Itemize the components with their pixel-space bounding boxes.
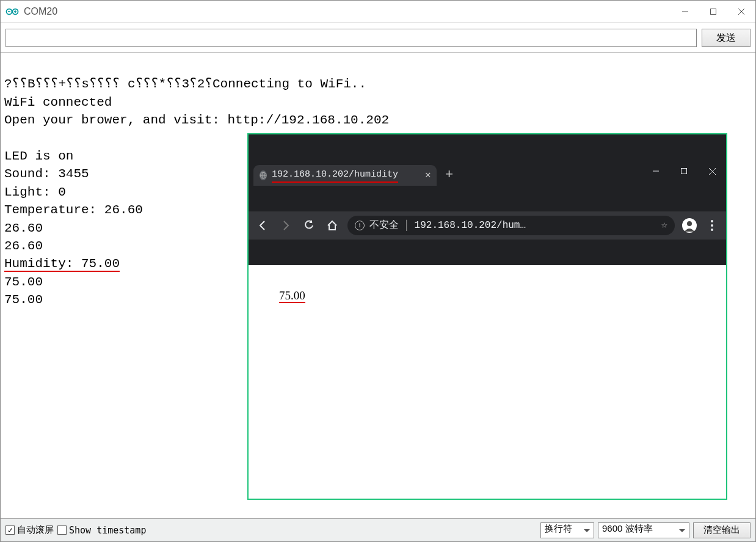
line-ending-select[interactable]: 换行符: [540, 522, 594, 538]
menu-button[interactable]: [704, 218, 720, 233]
bookmark-star-icon[interactable]: ☆: [661, 218, 667, 233]
serial-line: Open your brower, and visit: http://192.…: [4, 113, 389, 127]
serial-line: 75.00: [4, 275, 43, 289]
browser-tab[interactable]: 192.168.10.202/humidity ✕: [253, 165, 437, 186]
autoscroll-label: 自动滚屏: [17, 524, 54, 536]
profile-avatar[interactable]: [682, 218, 697, 233]
serial-line: WiFi connected: [4, 95, 112, 109]
line-ending-value: 换行符: [540, 522, 594, 538]
reload-button[interactable]: [301, 218, 317, 233]
minimize-button[interactable]: [671, 1, 699, 23]
serial-line: Sound: 3455: [4, 167, 89, 181]
svg-rect-13: [681, 169, 687, 174]
security-label: 不安全: [369, 219, 399, 232]
back-button[interactable]: [255, 218, 271, 233]
home-button[interactable]: [324, 218, 340, 233]
serial-monitor-window: COM20 发送 ?⸮⸮B⸮⸮⸮+⸮⸮s⸮⸮⸮⸮ c⸮⸮⸮*⸮⸮3⸮2⸮Conn…: [0, 0, 756, 542]
serial-line: LED is on: [4, 149, 73, 163]
serial-line: Temperature: 26.60: [4, 203, 143, 217]
serial-line: ?⸮⸮B⸮⸮⸮+⸮⸮s⸮⸮⸮⸮ c⸮⸮⸮*⸮⸮3⸮2⸮Connecting to…: [4, 77, 366, 91]
serial-line-highlighted: Humidity: 75.00: [4, 257, 120, 272]
checkbox-icon: [57, 526, 67, 535]
send-button[interactable]: 发送: [702, 29, 751, 47]
checkbox-icon: [5, 526, 15, 535]
new-tab-button[interactable]: +: [445, 166, 453, 185]
serial-line: 75.00: [4, 293, 43, 307]
serial-line: 26.60: [4, 239, 43, 253]
autoscroll-checkbox[interactable]: 自动滚屏: [5, 524, 54, 536]
serial-line: 26.60: [4, 221, 43, 235]
info-icon: i: [355, 221, 365, 230]
address-bar[interactable]: i 不安全 │ 192.168.10.202/hum… ☆: [347, 216, 675, 235]
serial-line: Light: 0: [4, 185, 66, 199]
arduino-icon: [5, 7, 19, 16]
browser-minimize-button[interactable]: [642, 161, 670, 181]
window-title: COM20: [24, 6, 57, 17]
close-button[interactable]: [727, 1, 755, 23]
serial-output: ?⸮⸮B⸮⸮⸮+⸮⸮s⸮⸮⸮⸮ c⸮⸮⸮*⸮⸮3⸮2⸮Connecting to…: [1, 52, 755, 518]
tab-title: 192.168.10.202/humidity: [272, 168, 398, 183]
humidity-value: 75.00: [279, 290, 305, 304]
tab-strip: 192.168.10.202/humidity ✕ +: [249, 160, 726, 186]
browser-maximize-button[interactable]: [670, 161, 698, 181]
baud-select[interactable]: 9600 波特率: [598, 522, 689, 538]
browser-page-content: 75.00: [249, 265, 726, 499]
timestamp-label: Show timestamp: [69, 525, 146, 536]
globe-icon: [260, 170, 267, 180]
address-bar-row: i 不安全 │ 192.168.10.202/hum… ☆: [249, 211, 726, 240]
forward-button[interactable]: [278, 218, 294, 233]
browser-window-controls: [642, 160, 726, 181]
serial-input[interactable]: [5, 29, 697, 47]
baud-value: 9600 波特率: [598, 522, 689, 538]
browser-chrome: 192.168.10.202/humidity ✕ +: [249, 134, 726, 265]
tab-close-icon[interactable]: ✕: [425, 170, 431, 180]
maximize-button[interactable]: [699, 1, 727, 23]
clear-output-button[interactable]: 清空输出: [693, 522, 751, 538]
url-display: 192.168.10.202/hum…: [415, 219, 526, 232]
browser-window: 192.168.10.202/humidity ✕ +: [247, 133, 727, 500]
timestamp-checkbox[interactable]: Show timestamp: [57, 525, 146, 536]
browser-close-button[interactable]: [698, 161, 726, 181]
svg-rect-6: [711, 9, 716, 14]
input-row: 发送: [1, 23, 755, 52]
status-bar: 自动滚屏 Show timestamp 换行符 9600 波特率 清空输出: [1, 518, 755, 541]
svg-point-16: [687, 221, 692, 226]
titlebar: COM20: [1, 1, 755, 23]
